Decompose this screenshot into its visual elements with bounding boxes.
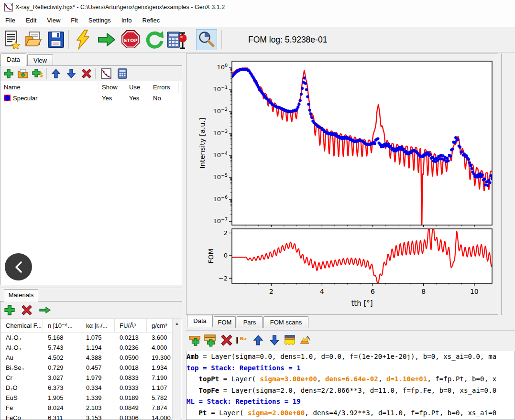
delete-material-button[interactable]: [21, 304, 33, 316]
materials-table-header: Chemical F...n [10⁻⁶...kα [rₑ/...FU/Å³g/…: [1, 319, 172, 333]
column-header-errors[interactable]: Errors: [150, 82, 179, 93]
menu-settings[interactable]: Settings: [83, 14, 116, 27]
delete-item-button[interactable]: [220, 334, 233, 346]
plot-tab-pars[interactable]: Pars: [237, 316, 263, 328]
material-row[interactable]: D₂O6.3730.3340.03331.107: [1, 383, 172, 393]
dataset-row[interactable]: SpecularYesYesNo: [1, 93, 181, 103]
stop-fit-button[interactable]: STOP: [120, 29, 141, 50]
calculations-button[interactable]: [116, 67, 129, 80]
svg-text:tth [°]: tth [°]: [351, 299, 373, 308]
tab-view[interactable]: View: [27, 54, 53, 66]
stop-fit-icon: STOP: [121, 30, 141, 50]
move-item-up-button[interactable]: [252, 334, 264, 346]
menu-reflec[interactable]: Reflec: [137, 14, 165, 27]
materials-table: Chemical F...n [10⁻⁶...kα [rₑ/...FU/Å³g/…: [1, 319, 172, 420]
plot-tab-fom-scans[interactable]: FOM scans: [263, 316, 308, 328]
collapse-panel-button[interactable]: [5, 253, 32, 280]
add-dataset-button[interactable]: [2, 67, 15, 80]
insert-stack-button[interactable]: [204, 334, 217, 346]
svg-text:Intensity [a.u.]: Intensity [a.u.]: [198, 118, 206, 168]
svg-text:−2: −2: [219, 275, 228, 282]
svg-text:6: 6: [371, 288, 375, 295]
genx-app-icon: 3: [4, 3, 13, 11]
tab-materials[interactable]: Materials: [4, 289, 38, 302]
scroll-up-icon[interactable]: ▲: [173, 319, 181, 326]
plot-settings-button[interactable]: [100, 67, 112, 80]
add-simulation-dataset-icon: $: [32, 68, 43, 79]
svg-text:10−6: 10−6: [213, 194, 228, 203]
menu-file[interactable]: File: [0, 14, 21, 27]
reflectivity-figure[interactable]: 10010−110−210−310−410−510−610−724681020−…: [186, 54, 498, 314]
script-line[interactable]: topPt = Layer( sigma=3.00e+00, dens=6.64…: [186, 374, 515, 385]
move-down-icon: [269, 334, 280, 346]
plot-tab-fom[interactable]: FOM: [214, 316, 236, 328]
material-row[interactable]: Au4.5024.3880.059019.300: [1, 353, 172, 363]
menu-fit[interactable]: Fit: [66, 14, 83, 27]
svg-text:10−3: 10−3: [213, 129, 228, 137]
material-row[interactable]: FeCo6.3113.1530.030614.000: [1, 413, 172, 420]
apply-material-button[interactable]: [39, 304, 51, 316]
edit-instrument-button[interactable]: [299, 334, 311, 346]
zoom-button[interactable]: [196, 29, 217, 50]
column-header-use[interactable]: Use: [126, 82, 150, 93]
menu-info[interactable]: Info: [116, 14, 137, 27]
svg-text:10−5: 10−5: [213, 172, 228, 181]
move-dataset-up-button[interactable]: [50, 67, 62, 80]
script-line[interactable]: ML = Stack: Repetitions = 19: [186, 396, 515, 408]
script-line[interactable]: top = Stack: Repetitions = 1: [186, 363, 515, 374]
column-header-show[interactable]: Show: [99, 82, 126, 93]
simulate-button[interactable]: [72, 29, 93, 50]
materials-column-header[interactable]: n [10⁻⁶...: [43, 319, 81, 332]
material-row[interactable]: Al₂O₃5.7431.1940.02364.000: [1, 343, 172, 353]
script-line[interactable]: Amb = Layer(sigma=0.0, dens=1.0, d=0.0, …: [186, 351, 515, 363]
material-row[interactable]: Fe8.0242.1030.08497.874: [1, 403, 172, 413]
save-button[interactable]: [45, 29, 66, 50]
add-simulation-dataset-button[interactable]: $: [31, 67, 44, 80]
materials-column-header[interactable]: g/cm³: [147, 319, 174, 332]
delete-dataset-button[interactable]: [80, 67, 93, 80]
materials-column-header[interactable]: FU/Å³: [115, 319, 147, 332]
dataset-color-icon: [4, 95, 11, 101]
plot-settings-icon: [100, 68, 112, 79]
add-material-button[interactable]: [3, 304, 16, 316]
svg-text:FOM: FOM: [207, 248, 215, 263]
materials-scrollbar[interactable]: ▲: [172, 319, 181, 420]
script-line[interactable]: Pt = Layer( sigma=2.00e+00, dens=4/3.92*…: [186, 408, 515, 419]
materials-column-header[interactable]: kα [rₑ/...: [81, 319, 115, 332]
sample-script-editor[interactable]: Amb = Layer(sigma=0.0, dens=1.0, d=0.0, …: [186, 351, 515, 420]
plot-tab-data[interactable]: Data: [187, 315, 213, 327]
svg-text:Na: Na: [240, 336, 246, 341]
add-dataset-icon: [3, 68, 14, 79]
calc-errorbars-button[interactable]: [166, 29, 187, 50]
tab-data[interactable]: Data: [0, 54, 26, 66]
menu-edit[interactable]: Edit: [21, 14, 42, 27]
edit-instrument-icon: [299, 334, 311, 347]
svg-text:10−4: 10−4: [213, 151, 228, 159]
svg-text:10−2: 10−2: [213, 107, 228, 115]
move-item-down-button[interactable]: [268, 334, 281, 346]
rename-button[interactable]: I Na: [235, 334, 247, 346]
insert-layer-button[interactable]: [189, 334, 201, 346]
material-row[interactable]: Al₂O₃5.1681.0750.02133.600: [1, 333, 172, 343]
move-dataset-down-button[interactable]: [65, 67, 77, 80]
insert-stack-icon: [204, 334, 217, 347]
restart-fit-button[interactable]: [144, 29, 165, 50]
sample-editor-button[interactable]: [284, 334, 296, 346]
material-row[interactable]: Bi₂Se₃0.7290.4570.00181.934: [1, 363, 172, 373]
new-file-button[interactable]: [1, 29, 22, 50]
material-row[interactable]: Cr3.0271.9790.08337.190: [1, 373, 172, 383]
svg-text:10: 10: [470, 288, 479, 295]
delete-material-icon: [21, 304, 33, 316]
menu-bar: FileEditViewFitSettingsInfoReflec: [0, 14, 515, 27]
materials-column-header[interactable]: Chemical F...: [1, 319, 43, 332]
restart-fit-icon: [145, 30, 164, 49]
plot-panel[interactable]: 10010−110−210−310−410−510−610−724681020−…: [186, 54, 498, 315]
insert-layer-icon: [189, 334, 201, 347]
column-header-name[interactable]: Name: [1, 82, 99, 93]
open-file-button[interactable]: [23, 29, 44, 50]
script-line[interactable]: TopFe = Layer(sigma=2.0, dens=2/2.866**3…: [186, 385, 515, 397]
import-dataset-button[interactable]: [17, 67, 29, 80]
material-row[interactable]: EuS1.9051.3390.01895.782: [1, 393, 172, 403]
start-fit-button[interactable]: [96, 29, 117, 50]
menu-view[interactable]: View: [42, 14, 66, 27]
